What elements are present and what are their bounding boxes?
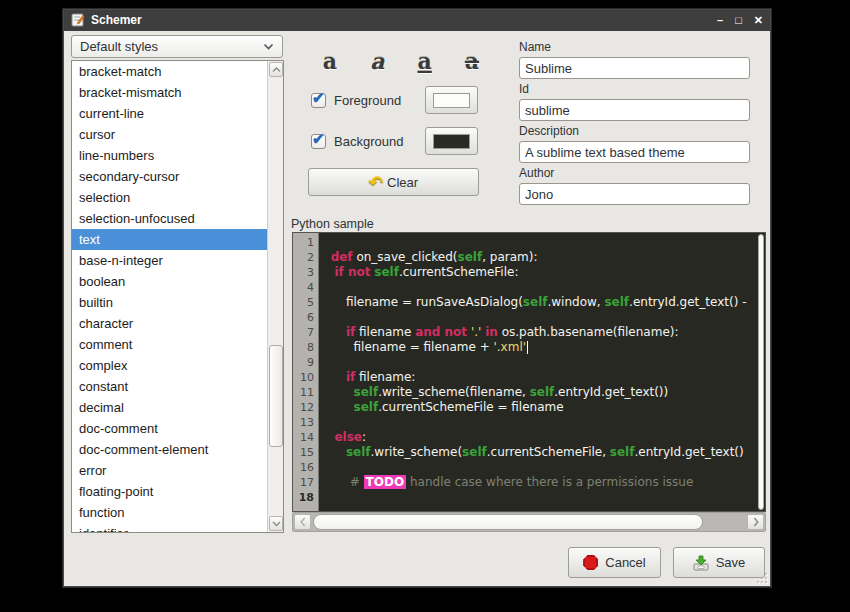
code-horizontal-scrollbar[interactable] <box>292 512 766 532</box>
name-input[interactable] <box>519 57 750 79</box>
style-list-items: bracket-matchbracket-mismatchcurrent-lin… <box>72 61 267 532</box>
description-field-group: Description <box>519 124 750 163</box>
code-line <box>323 415 757 430</box>
name-field-group: Name <box>519 40 750 79</box>
list-item[interactable]: secondary-cursor <box>72 166 267 187</box>
italic-button[interactable]: a <box>357 43 397 79</box>
code-line: filename = runSaveAsDialog(self.window, … <box>323 295 757 310</box>
maximize-icon[interactable]: □ <box>735 15 742 26</box>
id-field-group: Id <box>519 82 750 121</box>
list-item[interactable]: current-line <box>72 103 267 124</box>
author-input[interactable] <box>519 183 750 205</box>
scroll-right-icon[interactable] <box>747 514 764 530</box>
clear-button[interactable]: ↶ Clear <box>308 168 479 196</box>
strikethrough-button[interactable]: a <box>452 43 492 79</box>
chevron-down-icon <box>263 43 274 50</box>
background-label: Background <box>334 134 403 149</box>
background-color-button[interactable] <box>425 127 478 155</box>
list-item[interactable]: doc-comment-element <box>72 439 267 460</box>
foreground-color-swatch <box>433 93 470 108</box>
list-item[interactable]: base-n-integer <box>72 250 267 271</box>
scroll-down-icon[interactable] <box>269 516 283 531</box>
id-input[interactable] <box>519 99 750 121</box>
list-item[interactable]: character <box>72 313 267 334</box>
author-field-group: Author <box>519 166 750 205</box>
code-line: if not self.currentSchemeFile: <box>323 265 757 280</box>
code-lines[interactable]: def on_save_clicked(self, param): if not… <box>320 233 757 511</box>
minimize-icon[interactable]: – <box>717 15 723 26</box>
list-item[interactable]: complex <box>72 355 267 376</box>
underline-button[interactable]: a <box>405 43 445 79</box>
desktop-background: Schemer – □ ✕ Default styles bracket-mat… <box>0 0 850 612</box>
code-line: self.write_scheme(filename, self.entryId… <box>323 385 757 400</box>
styles-dropdown-value: Default styles <box>80 39 158 54</box>
save-button[interactable]: Save <box>673 547 765 578</box>
save-button-label: Save <box>716 555 746 570</box>
code-line: if filename: <box>323 370 757 385</box>
schemer-window: Schemer – □ ✕ Default styles bracket-mat… <box>62 8 772 588</box>
list-item[interactable]: floating-point <box>72 481 267 502</box>
resize-grip[interactable] <box>755 571 767 583</box>
code-line: # TODO handle case where there is a perm… <box>323 475 757 490</box>
list-item[interactable]: bracket-match <box>72 61 267 82</box>
list-item[interactable]: boolean <box>72 271 267 292</box>
list-item[interactable]: bracket-mismatch <box>72 82 267 103</box>
scrollbar-thumb[interactable] <box>313 514 703 530</box>
checkmark-icon: ✔ <box>312 89 325 107</box>
code-line <box>323 460 757 475</box>
code-line: self.write_scheme(self.currentSchemeFile… <box>323 445 757 460</box>
list-item[interactable]: function <box>72 502 267 523</box>
scroll-left-icon[interactable] <box>294 514 311 530</box>
bold-button[interactable]: a <box>310 43 350 79</box>
list-item[interactable]: selection <box>72 187 267 208</box>
code-line <box>323 280 757 295</box>
code-line <box>323 235 757 250</box>
window-title: Schemer <box>91 13 142 27</box>
background-checkbox[interactable]: ✔ <box>311 134 326 149</box>
foreground-checkbox[interactable]: ✔ <box>311 93 326 108</box>
foreground-row: ✔ Foreground <box>311 86 401 114</box>
background-color-swatch <box>433 134 470 149</box>
format-toolbar: a a a a <box>310 43 492 79</box>
code-line: else: <box>323 430 757 445</box>
code-line <box>323 490 757 505</box>
cancel-button-label: Cancel <box>605 555 645 570</box>
code-line: def on_save_clicked(self, param): <box>323 250 757 265</box>
code-editor[interactable]: 123456789101112131415161718 def on_save_… <box>292 232 766 512</box>
list-item[interactable]: comment <box>72 334 267 355</box>
foreground-label: Foreground <box>334 93 401 108</box>
scroll-up-icon[interactable] <box>269 62 283 77</box>
code-line <box>323 355 757 370</box>
list-item[interactable]: text <box>72 229 267 250</box>
app-icon <box>71 13 85 27</box>
list-item[interactable]: cursor <box>72 124 267 145</box>
list-item[interactable]: doc-comment <box>72 418 267 439</box>
list-item[interactable]: error <box>72 460 267 481</box>
scrollbar-thumb[interactable] <box>269 345 283 447</box>
save-icon <box>693 555 709 571</box>
cancel-button[interactable]: Cancel <box>568 547 661 578</box>
list-item[interactable]: decimal <box>72 397 267 418</box>
code-line <box>323 310 757 325</box>
code-line: filename = filename + '.xml' <box>323 340 757 355</box>
code-vertical-scrollbar[interactable] <box>758 234 764 510</box>
description-label: Description <box>519 124 750 138</box>
author-label: Author <box>519 166 750 180</box>
description-input[interactable] <box>519 141 750 163</box>
style-list: bracket-matchbracket-mismatchcurrent-lin… <box>71 60 284 533</box>
list-item[interactable]: identifier <box>72 523 267 533</box>
clear-button-label: Clear <box>387 175 418 190</box>
background-row: ✔ Background <box>311 127 403 155</box>
close-icon[interactable]: ✕ <box>754 15 763 26</box>
list-item[interactable]: line-numbers <box>72 145 267 166</box>
code-line: self.currentSchemeFile = filename <box>323 400 757 415</box>
stop-icon <box>583 555 598 570</box>
list-item[interactable]: constant <box>72 376 267 397</box>
foreground-color-button[interactable] <box>425 86 478 114</box>
list-item[interactable]: selection-unfocused <box>72 208 267 229</box>
style-list-scrollbar[interactable] <box>267 61 283 532</box>
list-item[interactable]: builtin <box>72 292 267 313</box>
titlebar[interactable]: Schemer – □ ✕ <box>63 9 771 31</box>
styles-dropdown[interactable]: Default styles <box>71 35 283 58</box>
window-content: Default styles bracket-matchbracket-mism… <box>64 31 770 586</box>
